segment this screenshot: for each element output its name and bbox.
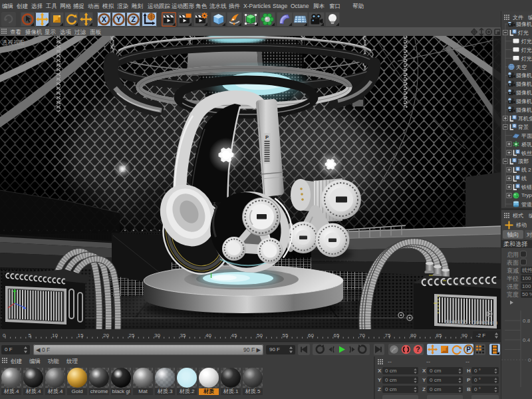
svg-text:P: P — [466, 346, 471, 353]
svg-text:0: 0 — [528, 357, 531, 363]
svg-text:Y: Y — [116, 15, 122, 23]
svg-text:P: P — [265, 134, 269, 140]
svg-text:X: X — [102, 15, 107, 23]
svg-text:?: ? — [416, 345, 420, 353]
svg-text:0.4: 0.4 — [523, 337, 531, 343]
svg-text:网格间距 : 10000 cm: 网格间距 : 10000 cm — [446, 319, 497, 326]
svg-text:透视视图: 透视视图 — [2, 39, 25, 46]
svg-text:Z: Z — [131, 15, 136, 23]
svg-text:0.8: 0.8 — [523, 318, 531, 324]
